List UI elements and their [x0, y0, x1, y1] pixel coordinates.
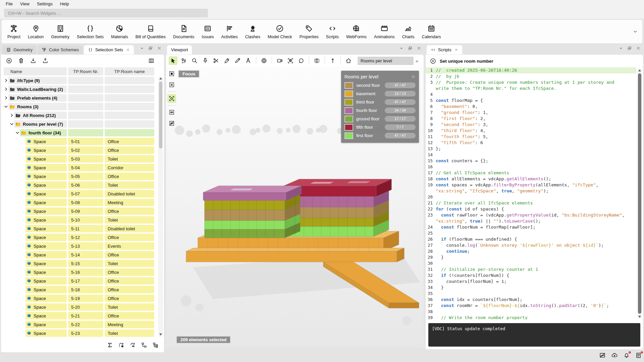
tool-camera[interactable]	[275, 56, 284, 65]
close-panel-icon[interactable]	[636, 46, 641, 51]
tool-knife[interactable]	[222, 56, 231, 65]
float-window-icon[interactable]	[627, 46, 632, 51]
column-header-name[interactable]: Name	[4, 67, 67, 75]
ribbon-animations[interactable]: Animations	[370, 24, 398, 39]
table-row-space[interactable]: Space5-23Toilet	[1, 329, 157, 337]
table-row-folder[interactable]: /ifcType (9)	[1, 76, 157, 85]
toolbar-overflow[interactable]: »	[416, 58, 421, 64]
hierarchy-alt-icon[interactable]	[152, 342, 159, 348]
add-button-icon[interactable]	[6, 57, 12, 64]
menu-view[interactable]: View	[16, 1, 33, 7]
legend-row-first-floor[interactable]: first floor47 / 47	[344, 131, 416, 140]
scroll-thumb[interactable]	[638, 73, 641, 314]
tool-multi-select[interactable]	[179, 56, 188, 65]
table-row-space[interactable]: Space5-22Meeting	[1, 320, 157, 329]
legend-close-icon[interactable]	[411, 74, 416, 79]
legend-swatch[interactable]	[344, 124, 353, 131]
table-row-space[interactable]: Space5-15Toilet	[1, 259, 157, 268]
table-row-space[interactable]: Space5-01Office	[1, 137, 157, 146]
tool-home[interactable]	[344, 56, 353, 65]
status-image-off[interactable]	[599, 352, 606, 359]
code-scrollbar[interactable]	[637, 68, 642, 319]
column-header-tp-room-nr-[interactable]: TP:Room Nr.	[68, 67, 103, 75]
table-row-space[interactable]: Space5-11Disabled toilet	[1, 224, 157, 233]
tool-cursor[interactable]	[169, 56, 177, 65]
status-bell[interactable]	[623, 352, 630, 359]
legend-row-second-floor[interactable]: second floor47 / 47	[344, 81, 416, 89]
column-header-tp-room-name[interactable]: TP:Room name	[105, 67, 154, 75]
side-tool-frame-select[interactable]	[167, 69, 176, 78]
legend-row-ground-floor[interactable]: ground floor17 / 17	[344, 115, 416, 123]
side-tool-frame-show[interactable]	[167, 108, 176, 117]
table-row-folder[interactable]: Walls:LoadBearing (2)	[1, 85, 157, 94]
table-row-space[interactable]: Space5-20Toilet	[1, 303, 157, 311]
scroll-thumb[interactable]	[159, 81, 162, 148]
table-row-folder[interactable]: All Rooms (212)	[1, 111, 157, 120]
close-tab-icon[interactable]	[454, 48, 458, 52]
ribbon-documents[interactable]: Documents	[169, 24, 198, 39]
side-tool-focus-target[interactable]	[167, 94, 176, 103]
ribbon-webforms[interactable]: WebForms	[342, 24, 370, 39]
side-tool-frame-hide[interactable]	[167, 119, 176, 128]
code-editor[interactable]: 1// created 2025-06-26T16:40:262// by jb…	[426, 67, 636, 320]
tool-pencil[interactable]	[233, 56, 242, 65]
chevron-right-icon[interactable]	[9, 113, 14, 118]
tab-scripts[interactable]: Scripts	[427, 45, 462, 54]
table-row-folder[interactable]: Rooms (3)	[1, 102, 157, 111]
table-row-space[interactable]: Space5-04Corridor	[1, 163, 157, 172]
table-row-space[interactable]: Space5-08Meeting	[1, 198, 157, 207]
status-cloud[interactable]	[611, 352, 618, 359]
panel-menu-icon[interactable]	[399, 46, 404, 51]
legend-swatch[interactable]	[344, 116, 353, 122]
panel-menu-icon[interactable]	[619, 46, 623, 51]
table-row-space[interactable]: Space5-09Office	[1, 207, 157, 216]
legend-row-third-floor[interactable]: third floor47 / 47	[344, 98, 416, 106]
ribbon-selection-sets[interactable]: Selection Sets	[73, 24, 107, 39]
chevron-down-icon[interactable]	[632, 28, 638, 35]
chevron-right-icon[interactable]	[4, 87, 8, 92]
table-row-space[interactable]: Space5-12Office	[1, 233, 157, 242]
scroll-down-icon[interactable]	[638, 316, 641, 318]
scroll-up-icon[interactable]	[638, 69, 641, 71]
legend-swatch[interactable]	[344, 132, 353, 139]
tool-eye-target[interactable]	[260, 56, 268, 65]
close-panel-icon[interactable]	[417, 46, 421, 51]
ribbon-model-check[interactable]: Model Check	[264, 24, 296, 39]
tab-color-schemes[interactable]: Color Schemes	[38, 45, 83, 54]
ribbon-project[interactable]: Project	[4, 24, 24, 39]
legend-swatch[interactable]	[344, 107, 353, 114]
tool-scissors[interactable]	[212, 56, 220, 65]
ribbon-scripts[interactable]: Scripts	[322, 24, 342, 39]
ribbon-clashes[interactable]: Clashes	[241, 24, 264, 39]
script-header[interactable]: Set unique room number	[426, 55, 643, 67]
legend-row-fifth-floor[interactable]: fifth floor7 / 7	[344, 123, 416, 131]
legend-row-fourth-floor[interactable]: fourth floor34 / 34	[344, 106, 416, 115]
hierarchy-icon[interactable]	[141, 342, 147, 348]
ribbon-materials[interactable]: Materials	[107, 24, 132, 39]
trash-button-icon[interactable]	[18, 57, 24, 64]
run-script-icon[interactable]	[430, 58, 436, 64]
panel-menu-icon[interactable]	[140, 46, 144, 51]
table-row-folder[interactable]: fourth floor (34)	[1, 128, 157, 137]
legend-row-basement[interactable]: basement13 / 13	[344, 89, 416, 98]
table-row-space[interactable]: Space5-16Office	[1, 268, 157, 277]
ribbon-bill-of-quantities[interactable]: Bill of Quantities	[132, 24, 169, 39]
sync-eye-icon[interactable]	[129, 342, 136, 348]
tool-zoom[interactable]	[190, 56, 199, 65]
tab-selection-sets[interactable]: Selection Sets	[84, 45, 134, 54]
tool-pin[interactable]	[201, 56, 210, 65]
chevron-down-icon[interactable]	[15, 130, 20, 135]
tool-compass[interactable]	[244, 56, 253, 65]
chevron-right-icon[interactable]	[4, 78, 8, 83]
ribbon-geometry[interactable]: Geometry	[47, 24, 73, 39]
ribbon-location[interactable]: Location	[24, 24, 47, 39]
tool-arrow-up[interactable]	[328, 56, 337, 65]
chevron-down-icon[interactable]	[9, 122, 14, 126]
menu-help[interactable]: Help	[56, 1, 73, 7]
table-row-space[interactable]: Space5-10Toilet	[1, 216, 157, 224]
table-row-space[interactable]: Space5-13Events	[1, 242, 157, 250]
side-tool-frame-clear[interactable]	[167, 80, 176, 89]
search-input[interactable]: Ctrl+W - Search Widgets ...	[4, 9, 208, 17]
tool-cube-frame[interactable]	[286, 56, 295, 65]
float-window-icon[interactable]	[408, 46, 413, 51]
